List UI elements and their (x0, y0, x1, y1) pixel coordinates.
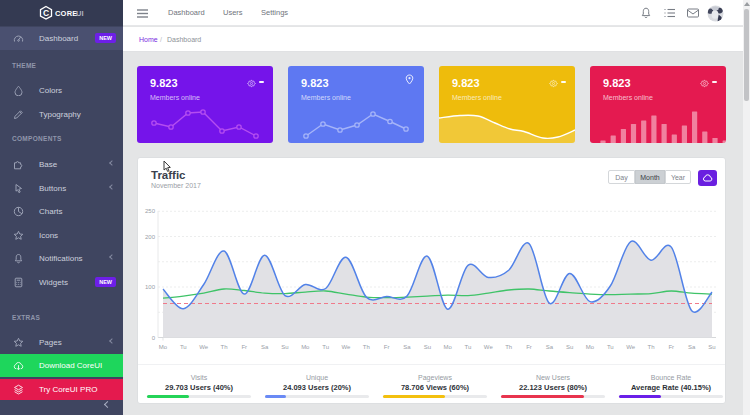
svg-text:Sa: Sa (546, 344, 554, 350)
svg-text:C: C (43, 8, 49, 18)
svg-text:Sa: Sa (261, 344, 269, 350)
svg-text:Su: Su (708, 344, 715, 350)
svg-text:Tu: Tu (322, 344, 329, 350)
svg-text:Sa: Sa (403, 344, 411, 350)
svg-text:Fr: Fr (526, 344, 532, 350)
svg-text:We: We (342, 344, 352, 350)
svg-text:0: 0 (152, 335, 156, 341)
svg-text:Th: Th (505, 344, 512, 350)
svg-text:CORE: CORE (55, 9, 77, 18)
svg-text:We: We (626, 344, 636, 350)
svg-text:Mo: Mo (301, 344, 310, 350)
svg-text:Tu: Tu (465, 344, 472, 350)
svg-text:Mo: Mo (586, 344, 595, 350)
svg-text:Su: Su (281, 344, 288, 350)
svg-text:Th: Th (220, 344, 227, 350)
svg-text:Fr: Fr (384, 344, 390, 350)
svg-text:Fr: Fr (241, 344, 247, 350)
svg-text:Su: Su (424, 344, 431, 350)
svg-text:Th: Th (363, 344, 370, 350)
svg-text:250: 250 (145, 208, 156, 214)
svg-text:Tu: Tu (180, 344, 187, 350)
svg-text:200: 200 (145, 234, 156, 240)
svg-text:Sa: Sa (688, 344, 696, 350)
svg-text:Tu: Tu (607, 344, 614, 350)
svg-text:100: 100 (145, 284, 156, 290)
svg-text:Mo: Mo (444, 344, 453, 350)
svg-text:We: We (484, 344, 494, 350)
svg-text:UI: UI (76, 9, 84, 18)
svg-text:Fr: Fr (668, 344, 674, 350)
svg-text:We: We (199, 344, 209, 350)
svg-text:Mo: Mo (159, 344, 168, 350)
svg-text:Su: Su (566, 344, 573, 350)
svg-text:Th: Th (647, 344, 654, 350)
